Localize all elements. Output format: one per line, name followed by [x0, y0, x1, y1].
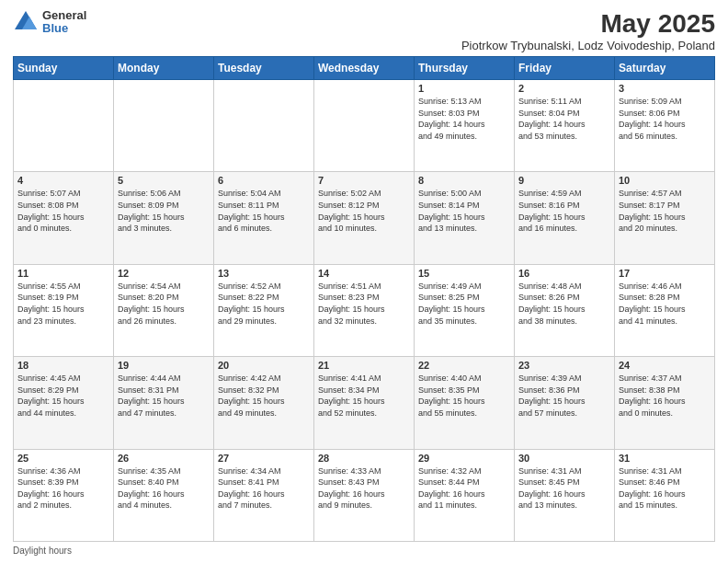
day-number: 30 [518, 453, 610, 464]
day-number: 6 [218, 175, 310, 186]
day-number: 8 [418, 175, 510, 186]
day-info: Sunrise: 5:00 AM Sunset: 8:14 PM Dayligh… [418, 188, 510, 234]
day-number: 21 [318, 360, 410, 371]
logo: General Blue [13, 9, 86, 36]
day-info: Sunrise: 4:48 AM Sunset: 8:26 PM Dayligh… [518, 281, 610, 327]
day-number: 2 [518, 83, 610, 94]
day-number: 25 [17, 453, 109, 464]
day-number: 14 [318, 268, 410, 279]
calendar-cell: 4Sunrise: 5:07 AM Sunset: 8:08 PM Daylig… [14, 172, 114, 264]
day-number: 4 [17, 175, 109, 186]
calendar-week-row: 4Sunrise: 5:07 AM Sunset: 8:08 PM Daylig… [14, 172, 715, 264]
logo-text: General Blue [42, 9, 86, 36]
logo-general: General [42, 9, 86, 22]
calendar-header-sunday: Sunday [14, 57, 114, 80]
day-info: Sunrise: 4:35 AM Sunset: 8:40 PM Dayligh… [118, 465, 210, 511]
day-info: Sunrise: 5:06 AM Sunset: 8:09 PM Dayligh… [118, 188, 210, 234]
calendar-cell: 15Sunrise: 4:49 AM Sunset: 8:25 PM Dayli… [415, 264, 515, 356]
day-info: Sunrise: 4:36 AM Sunset: 8:39 PM Dayligh… [17, 465, 109, 511]
footer-label: Daylight hours [13, 546, 72, 556]
day-info: Sunrise: 4:52 AM Sunset: 8:22 PM Dayligh… [218, 281, 310, 327]
day-number: 17 [619, 268, 711, 279]
calendar-cell: 31Sunrise: 4:31 AM Sunset: 8:46 PM Dayli… [615, 449, 715, 541]
day-info: Sunrise: 4:41 AM Sunset: 8:34 PM Dayligh… [318, 373, 410, 419]
day-number: 15 [418, 268, 510, 279]
subtitle: Piotrkow Trybunalski, Lodz Voivodeship, … [461, 39, 715, 52]
calendar-header-tuesday: Tuesday [214, 57, 314, 80]
footer: Daylight hours [13, 546, 715, 556]
day-info: Sunrise: 4:31 AM Sunset: 8:45 PM Dayligh… [518, 465, 610, 511]
calendar-cell: 7Sunrise: 5:02 AM Sunset: 8:12 PM Daylig… [314, 172, 415, 264]
calendar-week-row: 11Sunrise: 4:55 AM Sunset: 8:19 PM Dayli… [14, 264, 715, 356]
calendar-cell [114, 80, 214, 172]
calendar-cell: 3Sunrise: 5:09 AM Sunset: 8:06 PM Daylig… [615, 80, 715, 172]
calendar-cell: 20Sunrise: 4:42 AM Sunset: 8:32 PM Dayli… [214, 357, 314, 449]
day-number: 1 [418, 83, 510, 94]
day-number: 5 [118, 175, 210, 186]
day-info: Sunrise: 4:42 AM Sunset: 8:32 PM Dayligh… [218, 373, 310, 419]
calendar-cell: 6Sunrise: 5:04 AM Sunset: 8:11 PM Daylig… [214, 172, 314, 264]
calendar-cell: 26Sunrise: 4:35 AM Sunset: 8:40 PM Dayli… [114, 449, 214, 541]
day-info: Sunrise: 4:32 AM Sunset: 8:44 PM Dayligh… [418, 465, 510, 511]
day-number: 12 [118, 268, 210, 279]
calendar-header-thursday: Thursday [415, 57, 515, 80]
day-number: 27 [218, 453, 310, 464]
calendar-cell: 19Sunrise: 4:44 AM Sunset: 8:31 PM Dayli… [114, 357, 214, 449]
day-info: Sunrise: 4:59 AM Sunset: 8:16 PM Dayligh… [518, 188, 610, 234]
calendar-week-row: 25Sunrise: 4:36 AM Sunset: 8:39 PM Dayli… [14, 449, 715, 541]
day-info: Sunrise: 4:55 AM Sunset: 8:19 PM Dayligh… [17, 281, 109, 327]
day-number: 24 [619, 360, 711, 371]
calendar-cell: 2Sunrise: 5:11 AM Sunset: 8:04 PM Daylig… [515, 80, 615, 172]
calendar-cell: 28Sunrise: 4:33 AM Sunset: 8:43 PM Dayli… [314, 449, 415, 541]
day-number: 19 [118, 360, 210, 371]
calendar-table: SundayMondayTuesdayWednesdayThursdayFrid… [13, 56, 715, 542]
calendar-cell: 11Sunrise: 4:55 AM Sunset: 8:19 PM Dayli… [14, 264, 114, 356]
calendar-header-saturday: Saturday [615, 57, 715, 80]
day-info: Sunrise: 4:45 AM Sunset: 8:29 PM Dayligh… [17, 373, 109, 419]
day-info: Sunrise: 4:33 AM Sunset: 8:43 PM Dayligh… [318, 465, 410, 511]
day-number: 26 [118, 453, 210, 464]
calendar-cell: 13Sunrise: 4:52 AM Sunset: 8:22 PM Dayli… [214, 264, 314, 356]
main-title: May 2025 [461, 9, 715, 39]
calendar-cell: 24Sunrise: 4:37 AM Sunset: 8:38 PM Dayli… [615, 357, 715, 449]
day-number: 29 [418, 453, 510, 464]
day-number: 7 [318, 175, 410, 186]
calendar-cell: 9Sunrise: 4:59 AM Sunset: 8:16 PM Daylig… [515, 172, 615, 264]
day-number: 22 [418, 360, 510, 371]
day-info: Sunrise: 4:46 AM Sunset: 8:28 PM Dayligh… [619, 281, 711, 327]
day-number: 10 [619, 175, 711, 186]
top-header: General Blue May 2025 Piotrkow Trybunals… [13, 9, 715, 52]
day-info: Sunrise: 4:40 AM Sunset: 8:35 PM Dayligh… [418, 373, 510, 419]
calendar-week-row: 1Sunrise: 5:13 AM Sunset: 8:03 PM Daylig… [14, 80, 715, 172]
day-number: 11 [17, 268, 109, 279]
day-info: Sunrise: 4:44 AM Sunset: 8:31 PM Dayligh… [118, 373, 210, 419]
calendar-cell: 25Sunrise: 4:36 AM Sunset: 8:39 PM Dayli… [14, 449, 114, 541]
calendar-cell: 18Sunrise: 4:45 AM Sunset: 8:29 PM Dayli… [14, 357, 114, 449]
calendar-cell: 17Sunrise: 4:46 AM Sunset: 8:28 PM Dayli… [615, 264, 715, 356]
calendar-cell: 10Sunrise: 4:57 AM Sunset: 8:17 PM Dayli… [615, 172, 715, 264]
day-info: Sunrise: 5:07 AM Sunset: 8:08 PM Dayligh… [17, 188, 109, 234]
calendar-header-monday: Monday [114, 57, 214, 80]
calendar-cell: 23Sunrise: 4:39 AM Sunset: 8:36 PM Dayli… [515, 357, 615, 449]
calendar-cell [214, 80, 314, 172]
title-block: May 2025 Piotrkow Trybunalski, Lodz Voiv… [461, 9, 715, 52]
day-info: Sunrise: 4:34 AM Sunset: 8:41 PM Dayligh… [218, 465, 310, 511]
calendar-cell [14, 80, 114, 172]
logo-blue: Blue [42, 22, 86, 35]
day-info: Sunrise: 5:11 AM Sunset: 8:04 PM Dayligh… [518, 96, 610, 142]
calendar-cell: 5Sunrise: 5:06 AM Sunset: 8:09 PM Daylig… [114, 172, 214, 264]
day-info: Sunrise: 5:02 AM Sunset: 8:12 PM Dayligh… [318, 188, 410, 234]
day-info: Sunrise: 5:04 AM Sunset: 8:11 PM Dayligh… [218, 188, 310, 234]
day-info: Sunrise: 5:09 AM Sunset: 8:06 PM Dayligh… [619, 96, 711, 142]
calendar-cell: 8Sunrise: 5:00 AM Sunset: 8:14 PM Daylig… [415, 172, 515, 264]
calendar-cell: 16Sunrise: 4:48 AM Sunset: 8:26 PM Dayli… [515, 264, 615, 356]
calendar-header-wednesday: Wednesday [314, 57, 415, 80]
day-number: 23 [518, 360, 610, 371]
day-info: Sunrise: 5:13 AM Sunset: 8:03 PM Dayligh… [418, 96, 510, 142]
day-info: Sunrise: 4:57 AM Sunset: 8:17 PM Dayligh… [619, 188, 711, 234]
day-info: Sunrise: 4:37 AM Sunset: 8:38 PM Dayligh… [619, 373, 711, 419]
day-number: 18 [17, 360, 109, 371]
day-number: 9 [518, 175, 610, 186]
day-number: 31 [619, 453, 711, 464]
calendar-header-row: SundayMondayTuesdayWednesdayThursdayFrid… [14, 57, 715, 80]
